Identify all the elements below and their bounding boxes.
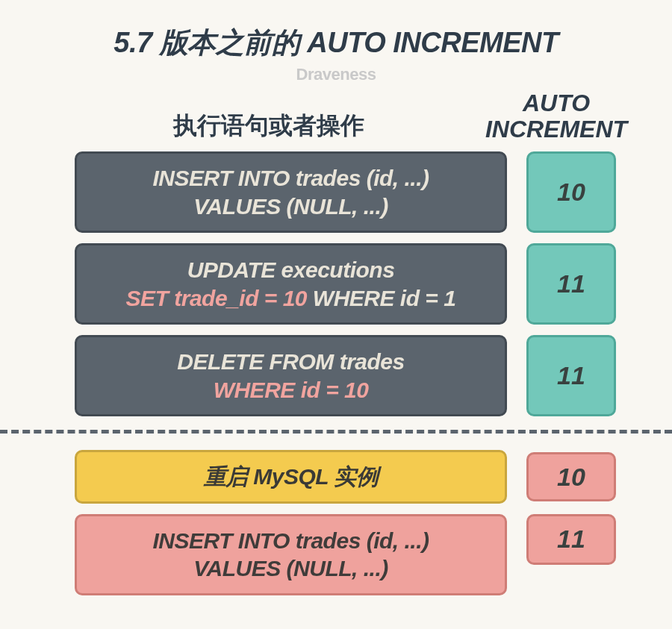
statement-insert-2: INSERT INTO trades (id, ...) VALUES (NUL… xyxy=(75,514,507,595)
column-header-autoincrement: AUTO INCREMENT xyxy=(470,90,642,143)
statement-highlight: SET trade_id = 10 xyxy=(126,286,307,310)
statement-text: DELETE FROM trades xyxy=(177,349,404,374)
autoincrement-value: 11 xyxy=(526,514,616,565)
table-row: INSERT INTO trades (id, ...) VALUES (NUL… xyxy=(75,151,672,233)
statement-highlight: WHERE id = 10 xyxy=(214,378,369,402)
statement-text: VALUES (NULL, ...) xyxy=(193,556,388,581)
column-header-statement: 执行语句或者操作 xyxy=(75,110,470,143)
statement-delete: DELETE FROM trades WHERE id = 10 xyxy=(75,335,507,416)
statement-insert-1: INSERT INTO trades (id, ...) VALUES (NUL… xyxy=(75,151,507,233)
statement-text: INSERT INTO trades (id, ...) xyxy=(153,528,429,553)
statement-restart: 重启 MySQL 实例 xyxy=(75,450,507,504)
table-row: UPDATE executions SET trade_id = 10 WHER… xyxy=(75,243,672,325)
diagram-title: 5.7 版本之前的 AUTO INCREMENT xyxy=(0,24,672,62)
autoincrement-value: 11 xyxy=(526,243,616,325)
table-row: DELETE FROM trades WHERE id = 10 11 xyxy=(75,335,672,416)
column-header-line1: AUTO xyxy=(523,90,590,116)
statement-text: 重启 MySQL 实例 xyxy=(204,464,379,489)
statement-text: INSERT INTO trades (id, ...) xyxy=(153,166,429,190)
statement-text: WHERE id = 1 xyxy=(307,286,455,310)
table-row: 重启 MySQL 实例 10 xyxy=(75,450,672,504)
table-row: INSERT INTO trades (id, ...) VALUES (NUL… xyxy=(75,514,672,595)
divider xyxy=(0,430,672,434)
column-header-line2: INCREMENT xyxy=(485,116,627,143)
statement-update: UPDATE executions SET trade_id = 10 WHER… xyxy=(75,243,507,325)
diagram-subtitle: Draveness xyxy=(0,65,672,84)
autoincrement-value: 10 xyxy=(526,151,616,233)
autoincrement-value: 10 xyxy=(526,452,616,501)
statement-text: VALUES (NULL, ...) xyxy=(193,194,388,219)
autoincrement-value: 11 xyxy=(526,335,616,416)
statement-text: UPDATE executions xyxy=(187,257,395,282)
